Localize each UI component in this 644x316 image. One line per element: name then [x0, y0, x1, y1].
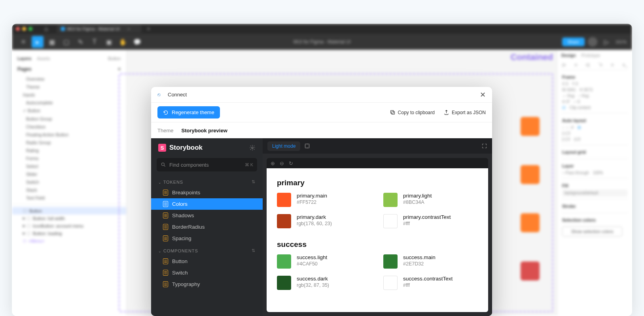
item-button[interactable]: ✓ Button — [12, 107, 126, 115]
item-switch[interactable]: Switch — [12, 178, 126, 186]
item-stack[interactable]: Stack — [12, 186, 126, 194]
components-section-header[interactable]: ⌄ COMPONENTS ⇅ — [151, 244, 263, 256]
align-right-icon[interactable]: ≡| — [586, 62, 589, 67]
page-dropdown[interactable]: Button — [108, 56, 121, 61]
item-radio[interactable]: Radio Group — [12, 139, 126, 147]
tab-close-icon[interactable]: × — [127, 26, 130, 31]
layers-tab[interactable]: Layers — [17, 56, 31, 61]
shape-tool-icon[interactable]: ▢ — [60, 36, 72, 48]
color-swatch — [277, 276, 291, 290]
tab-storybook-preview[interactable]: Storybook preview — [181, 128, 227, 134]
align-top-icon[interactable]: ‾≡ — [599, 62, 602, 67]
tab-theme[interactable]: Theme — [157, 128, 173, 134]
document-icon — [163, 213, 168, 218]
document-icon — [163, 270, 168, 276]
color-value: #4CAF50 — [297, 261, 327, 267]
document-title: MUI for Figma - Material UI — [294, 39, 351, 45]
layer-menu[interactable]: ◇<Menu> — [12, 237, 126, 245]
find-components-input[interactable]: Find components ⌘ K — [157, 158, 257, 171]
align-bottom-icon[interactable]: ≡_ — [622, 62, 627, 67]
copy-to-clipboard-button[interactable]: Copy to clipboard — [390, 109, 435, 115]
canvas-chip — [521, 117, 540, 136]
sidebar-item-colors[interactable]: Colors — [151, 198, 263, 210]
tokens-section-header[interactable]: ⌄ TOKENS ⇅ — [151, 175, 263, 187]
assets-tab[interactable]: Assets — [37, 56, 50, 61]
document-tab[interactable]: MUI for Figma - Material UI × — [57, 25, 141, 33]
page-theme[interactable]: Theme — [12, 83, 126, 91]
move-tool-icon[interactable]: ▸ — [32, 36, 44, 48]
page-overview[interactable]: Overview — [12, 75, 126, 83]
show-selection-colors-button[interactable]: Show selection colors — [562, 226, 622, 237]
item-slider[interactable]: Slider — [12, 170, 126, 178]
color-swatch-row: success.contrastText#fff — [383, 276, 478, 290]
fullscreen-icon[interactable] — [481, 143, 487, 149]
zoom-in-icon[interactable]: ⊕ — [271, 160, 275, 166]
align-left-icon[interactable]: |≡ — [562, 62, 566, 67]
align-hcenter-icon[interactable]: ≡ — [574, 62, 577, 67]
gear-icon[interactable] — [249, 145, 256, 151]
frame-section: Frame — [562, 75, 627, 79]
frame-tool-icon[interactable]: ▦ — [46, 36, 58, 48]
autolayout-section: Auto layout — [562, 118, 627, 123]
layer-iconbutton[interactable]: ▸ ⬚IconButton: account menu — [12, 222, 126, 229]
layer-button-full[interactable]: ▸ ⬚Button: full width — [12, 214, 126, 222]
storybook-mark-icon: S — [158, 144, 166, 152]
copy-label: Copy to clipboard — [398, 110, 435, 115]
resources-icon[interactable]: ▣ — [103, 36, 115, 48]
window-max-icon[interactable] — [28, 27, 32, 31]
sidebar-item-breakpoints[interactable]: Breakpoints — [151, 187, 263, 198]
item-forms[interactable]: Forms — [12, 154, 126, 162]
align-vcenter-icon[interactable]: ≡ — [611, 62, 614, 67]
add-page-icon[interactable]: + — [118, 66, 121, 72]
text-tool-icon[interactable]: T — [89, 36, 100, 48]
find-shortcut: ⌘ K — [245, 162, 253, 167]
avatar[interactable] — [588, 37, 597, 47]
close-icon[interactable]: ✕ — [480, 90, 486, 99]
home-icon[interactable]: ⌂ — [44, 25, 48, 32]
sidebar-item-borderradius[interactable]: BorderRadius — [151, 221, 263, 233]
share-button[interactable]: Share — [562, 38, 585, 46]
viewport-icon[interactable] — [304, 143, 310, 149]
figma-right-panel: Design Prototype |≡ ≡ ≡| ‾≡ ≡ ≡_ Frame X… — [557, 50, 632, 316]
color-value: #fff — [403, 221, 451, 226]
regenerate-theme-button[interactable]: Regenerate theme — [157, 106, 220, 118]
canvas-frame-label: Contained — [510, 52, 553, 62]
design-tab[interactable]: Design — [561, 53, 576, 58]
collapse-icon[interactable]: ⇅ — [252, 248, 256, 253]
item-fab[interactable]: Floating Action Button — [12, 131, 126, 139]
present-icon[interactable]: ▷ — [600, 36, 612, 48]
layer-button[interactable]: ⬚Button — [12, 207, 126, 214]
item-autocomplete[interactable]: Autocomplete — [12, 99, 126, 107]
item-select[interactable]: Select — [12, 162, 126, 170]
window-min-icon[interactable] — [22, 27, 26, 31]
hand-tool-icon[interactable]: ✋ — [117, 36, 129, 48]
collapse-icon[interactable]: ⇅ — [252, 179, 256, 184]
layer-button-loading[interactable]: ▸ ⬚Button: loading — [12, 229, 126, 237]
item-textfield[interactable]: Text Field — [12, 194, 126, 202]
color-value: #2E7D32 — [403, 261, 436, 267]
sidebar-item-label: Breakpoints — [172, 190, 200, 196]
page-inputs[interactable]: Inputs — [12, 91, 126, 99]
zoom-out-icon[interactable]: ⊖ — [280, 160, 284, 166]
item-rating[interactable]: Rating — [12, 147, 126, 154]
comment-tool-icon[interactable]: 💬 — [131, 36, 143, 48]
sidebar-item-button[interactable]: Button — [151, 256, 263, 267]
sidebar-item-spacing[interactable]: Spacing — [151, 233, 263, 244]
menu-icon[interactable]: ≡ — [17, 36, 29, 48]
new-tab-icon[interactable]: + — [147, 25, 150, 32]
light-mode-toggle[interactable]: Light mode — [267, 141, 300, 151]
sidebar-item-typography[interactable]: Typography — [151, 278, 263, 290]
pen-tool-icon[interactable]: ✎ — [74, 36, 86, 48]
regenerate-label: Regenerate theme — [172, 109, 214, 115]
document-icon — [163, 201, 168, 207]
zoom-reset-icon[interactable]: ↻ — [289, 160, 293, 166]
prototype-tab[interactable]: Prototype — [581, 53, 600, 58]
item-checkbox[interactable]: Checkbox — [12, 123, 126, 131]
item-buttongroup[interactable]: Button Group — [12, 115, 126, 123]
canvas-chip — [521, 261, 540, 280]
zoom-level[interactable]: 161% — [616, 40, 627, 44]
sidebar-item-switch[interactable]: Switch — [151, 267, 263, 278]
export-json-button[interactable]: Export as JSON — [443, 109, 486, 115]
window-close-icon[interactable] — [16, 27, 20, 31]
sidebar-item-shadows[interactable]: Shadows — [151, 210, 263, 221]
